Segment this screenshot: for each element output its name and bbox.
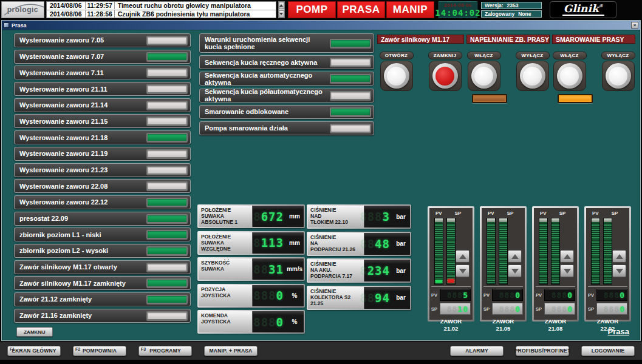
display-digits: 672 (253, 210, 285, 223)
alarm-message: Timeout ruchu obrotu głowicy manipulator… (115, 2, 276, 9)
push-button-primary[interactable]: OTWÓRZ (380, 52, 414, 91)
decrease-button[interactable] (560, 265, 574, 277)
push-button-label: ZAMKNIJ (428, 52, 462, 59)
glinik-logo-text: Glinik® (562, 4, 604, 16)
status-lamp (146, 181, 188, 190)
control-group: NAPEŁNIANIE ZB. PRASY WŁĄCZ WYŁĄCZ (466, 35, 550, 103)
display-label: POZYCJA JOYSTICKA (199, 285, 252, 306)
control-group-buttons: WŁĄCZ WYŁĄCZ (466, 52, 550, 91)
status-label: Wysterowanie zaworu 21.23 (19, 166, 146, 174)
status-row: Sekwencja kucia ręcznego aktywna (199, 55, 374, 69)
status-label: Wysterowanie zaworu 7.07 (19, 53, 146, 60)
push-button-circle[interactable] (432, 63, 458, 89)
sp-display[interactable]: 0 (596, 303, 627, 315)
left-status-list: Wysterowanie zaworu 7.05 Wysterowanie za… (14, 33, 191, 325)
window-titlebar[interactable]: Prasa × (2, 21, 640, 30)
function-button-label: ALARMY (465, 348, 488, 354)
function-button[interactable]: F1 EKRAN GŁÓWNY (7, 346, 61, 356)
top-bar: prologic 2014/08/06 11:29:57 Timeout ruc… (0, 0, 642, 19)
status-row: Wysterowanie zaworu 7.07 (14, 50, 191, 64)
window-title: Prasa (12, 22, 27, 29)
status-label: Wysterowanie zaworu 22.12 (19, 198, 146, 206)
function-button[interactable]: LOGOWANIE (581, 346, 635, 356)
alarm-list: 2014/08/06 11:29:57 Timeout ruchu obrotu… (46, 1, 276, 18)
push-button-circle[interactable] (557, 63, 582, 89)
push-button-plate[interactable] (380, 61, 413, 91)
gauge-name: ZAWOR 21.05 (483, 318, 523, 333)
gauge-bars (431, 218, 471, 287)
alarm-row[interactable]: 2014/08/06 11:28:56 Czujnik ZB6 podniesi… (47, 10, 276, 18)
push-button-circle[interactable] (384, 63, 409, 89)
status-lamp (330, 58, 371, 67)
push-button-plate[interactable] (516, 61, 549, 91)
close-window-button[interactable]: ZAMKNIJ (16, 327, 53, 337)
push-button-circle[interactable] (606, 63, 631, 89)
push-button-primary[interactable]: WŁĄCZ (553, 52, 587, 91)
decrease-button[interactable] (456, 265, 470, 277)
alarm-row[interactable]: 2014/08/06 11:29:57 Timeout ruchu obrotu… (47, 2, 276, 10)
push-button-plate[interactable] (553, 61, 586, 91)
function-button[interactable]: PROFIBUS/PROFINET (516, 346, 569, 356)
sp-bar (551, 218, 560, 285)
sp-row: SP 0 (483, 303, 523, 315)
increase-button[interactable] (508, 250, 522, 263)
display-screen: 94 bar (364, 287, 410, 309)
clock-time: 14:04:02 (435, 8, 480, 18)
push-button-primary[interactable]: WŁĄCZ (467, 52, 501, 91)
status-label: Zawór silnikowy M1.17 otwarty (19, 263, 146, 271)
display-screen: 234 bar (364, 260, 410, 281)
up-arrow-icon (511, 254, 519, 259)
registered-mark: ® (599, 3, 603, 8)
push-button-plate[interactable] (468, 61, 500, 91)
display-unit: mm (285, 213, 304, 220)
gauge-bar-labels: PV SP (588, 211, 627, 216)
push-button-secondary[interactable]: ZAMKNIJ (428, 52, 462, 91)
sp-display[interactable]: 0 (492, 303, 523, 315)
window-close-button[interactable]: × (631, 22, 638, 29)
pv-row-label: PV (588, 292, 596, 298)
status-lamp (146, 214, 188, 223)
sp-display[interactable]: 10 (440, 303, 471, 315)
pv-row-label: PV (431, 292, 440, 298)
decrease-button[interactable] (508, 265, 522, 277)
increase-button[interactable] (456, 250, 470, 263)
nav-button[interactable]: PRASA (337, 1, 385, 18)
display-unit: % (285, 318, 304, 325)
nav-button[interactable]: POMP (288, 1, 336, 18)
push-button-secondary[interactable]: WYŁĄCZ (601, 52, 635, 91)
pv-display: 5 (440, 289, 471, 301)
prasa-footer-link[interactable]: Prasa (608, 327, 629, 336)
display-screen: 0 % (252, 285, 304, 306)
setpoint-arrows (456, 250, 470, 279)
function-button[interactable]: F2 POMPOWNIA (73, 346, 126, 356)
status-row: Sekwencja kucia półautomatycznego aktywn… (199, 89, 374, 103)
alarm-date: 2014/08/06 (47, 2, 86, 9)
function-button[interactable]: ALARMY (450, 346, 504, 356)
nav-button[interactable]: MANIP (386, 1, 434, 18)
push-button-circle[interactable] (471, 63, 497, 89)
digital-display: KOMENDA JOYSTICKA 0 % (197, 310, 305, 334)
status-row: Zawór silnikowy M1.17 zamknięty (14, 276, 191, 290)
function-button[interactable]: MANIP. + PRASA (204, 346, 258, 356)
status-lamp (330, 91, 371, 100)
display-unit: bar (392, 214, 410, 220)
push-button-plate[interactable] (429, 61, 462, 91)
function-buttons-left: F1 EKRAN GŁÓWNY F2 POMPOWNIA F3 PROGRAMY… (7, 346, 258, 356)
scroll-up-button[interactable] (279, 2, 284, 9)
scroll-down-button[interactable] (279, 10, 284, 18)
decrease-button[interactable] (612, 265, 626, 277)
push-button-circle[interactable] (520, 63, 545, 89)
increase-button[interactable] (612, 250, 626, 263)
increase-button[interactable] (560, 250, 574, 263)
function-button[interactable]: F3 PROGRAMY (138, 346, 192, 356)
status-row: Wysterowanie zaworu 21.19 (14, 147, 191, 161)
push-button-plate[interactable] (602, 61, 635, 91)
logo-swoosh-icon (3, 2, 44, 18)
push-button-secondary[interactable]: WYŁĄCZ (516, 52, 550, 91)
alarm-scrollbar[interactable] (278, 1, 285, 18)
sp-display[interactable]: 0 (544, 303, 575, 315)
status-label: presostat 22.09 (19, 215, 146, 222)
status-row: Wysterowanie zaworu 7.05 (14, 33, 191, 47)
status-row: presostat 22.09 (14, 212, 191, 226)
pv-row: PV 0 (483, 289, 523, 301)
